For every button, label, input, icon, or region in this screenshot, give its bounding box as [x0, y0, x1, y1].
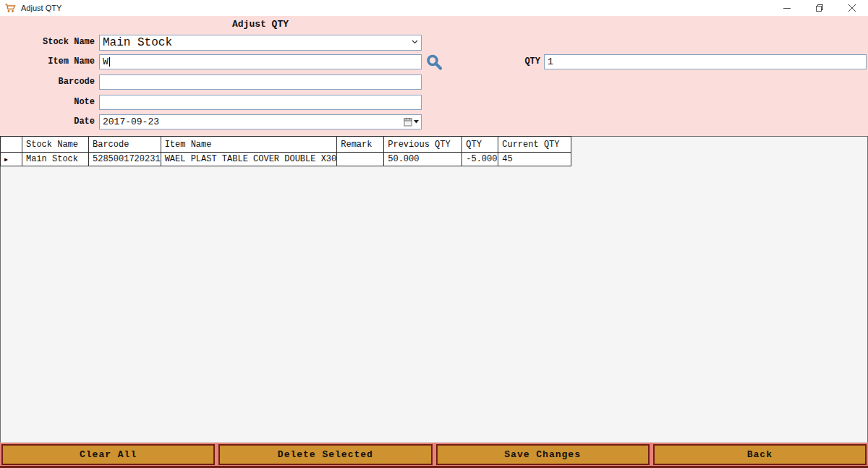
save-changes-button[interactable]: Save Changes — [436, 444, 650, 465]
item-name-value: W — [103, 56, 109, 67]
items-grid: Stock Name Barcode Item Name Remark Prev… — [0, 136, 868, 443]
restore-button[interactable] — [803, 0, 835, 16]
text-cursor — [109, 57, 110, 67]
cell-item-name[interactable]: WAEL PLAST TABLE COVER DOUBLE X30 — [161, 153, 337, 166]
stock-name-select[interactable]: Main Stock — [99, 35, 422, 51]
cell-previous-qty[interactable]: 50.000 — [384, 153, 462, 166]
cart-icon — [5, 3, 17, 13]
item-name-label: Item Name — [0, 54, 95, 69]
note-input[interactable] — [99, 95, 422, 110]
window-title: Adjust QTY — [21, 4, 61, 12]
date-label: Date — [0, 114, 95, 129]
back-button[interactable]: Back — [653, 444, 867, 465]
barcode-label: Barcode — [0, 75, 95, 90]
grid-header-row: Stock Name Barcode Item Name Remark Prev… — [1, 137, 571, 153]
item-name-input[interactable]: W — [99, 54, 422, 69]
barcode-input[interactable] — [99, 75, 422, 90]
page-title: Adjust QTY — [99, 19, 422, 30]
delete-selected-button[interactable]: Delete Selected — [218, 444, 432, 465]
clear-all-button[interactable]: Clear All — [1, 444, 215, 465]
note-label: Note — [0, 95, 95, 110]
calendar-icon[interactable] — [404, 117, 419, 127]
cell-remark[interactable] — [337, 153, 384, 166]
stock-name-label: Stock Name — [0, 35, 95, 50]
title-bar: Adjust QTY — [0, 0, 868, 16]
col-header-barcode[interactable]: Barcode — [89, 137, 161, 153]
row-selector-header — [1, 137, 22, 153]
minimize-button[interactable] — [770, 0, 803, 16]
footer-button-bar: Clear All Delete Selected Save Changes B… — [0, 443, 868, 468]
cell-qty[interactable]: -5.000 — [462, 153, 498, 166]
search-icon[interactable] — [425, 54, 444, 72]
cell-current-qty-selected[interactable]: 45 — [498, 153, 571, 166]
date-value: 2017-09-23 — [103, 116, 159, 127]
right-arrow-icon: ▶ — [4, 156, 8, 163]
date-picker[interactable]: 2017-09-23 — [99, 114, 422, 129]
chevron-down-icon — [412, 39, 418, 46]
qty-input[interactable]: 1 — [544, 54, 867, 69]
col-header-stock-name[interactable]: Stock Name — [22, 137, 89, 153]
row-selector-cell[interactable]: ▶ — [1, 153, 22, 166]
col-header-previous-qty[interactable]: Previous QTY — [384, 137, 462, 153]
qty-label: QTY — [468, 54, 540, 69]
adjust-qty-window: Adjust QTY Adjust QTY Stock Name Main St… — [0, 0, 868, 468]
close-button[interactable] — [835, 0, 868, 16]
cell-barcode[interactable]: 5285001720231 — [89, 153, 161, 166]
col-header-qty[interactable]: QTY — [462, 137, 498, 153]
adjust-qty-form: Adjust QTY Stock Name Main Stock Item Na… — [0, 16, 868, 136]
col-header-remark[interactable]: Remark — [337, 137, 384, 153]
qty-value: 1 — [548, 56, 553, 67]
cell-stock-name[interactable]: Main Stock — [22, 153, 89, 166]
stock-name-value: Main Stock — [103, 36, 172, 49]
col-header-item-name[interactable]: Item Name — [161, 137, 337, 153]
col-header-current-qty[interactable]: Current QTY — [498, 137, 571, 153]
table-row[interactable]: ▶ Main Stock 5285001720231 WAEL PLAST TA… — [1, 153, 571, 166]
